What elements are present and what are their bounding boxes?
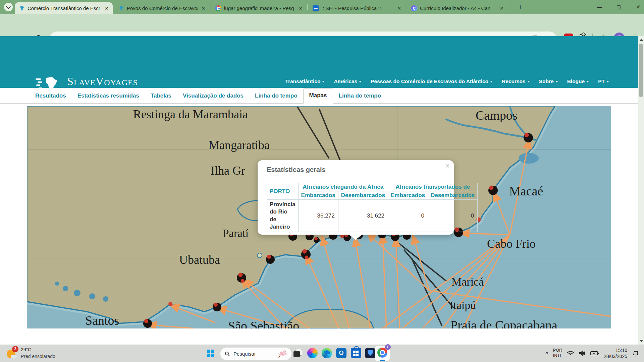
taskbar-search[interactable]: Pesquisar [220, 347, 292, 360]
view-tabs: Resultados Estatísticas resumidas Tabela… [30, 88, 387, 104]
port-marker [143, 319, 152, 328]
nav-recursos[interactable]: Recursos [502, 78, 530, 84]
tab-separator [210, 4, 210, 10]
browser-tab[interactable]: C Currículo Idealizador - A4 - Can ✕ [407, 2, 508, 14]
tab-title: Comércio Transatlântico de Escr [28, 5, 101, 11]
map-label: Macaé [509, 184, 543, 198]
tab-linha-do-tempo[interactable]: Linha do tempo [249, 89, 303, 104]
browser-tab-active[interactable]: Comércio Transatlântico de Escr ✕ [15, 2, 113, 14]
browser-tab[interactable]: sei :: SEI - Pesquisa Pública :: ✕ [309, 2, 405, 14]
chevron-down-icon [586, 81, 589, 82]
notification-bell-icon[interactable]: z [632, 350, 639, 357]
popup-close-icon[interactable]: × [445, 162, 450, 171]
copilot-icon[interactable] [307, 348, 318, 358]
weather-widget[interactable]: 3 29°C Pred ensolarado [0, 345, 114, 362]
battery-icon[interactable] [590, 351, 599, 356]
tab-tabelas[interactable]: Tabelas [145, 89, 177, 104]
popup-title: Estatísticas gerais [267, 166, 326, 174]
system-tray: ^ PORINTL 15:1028/03/2025 z [545, 345, 639, 362]
tab-linha-do-tempo-2[interactable]: Linha do tempo [333, 89, 387, 104]
tab-resultados[interactable]: Resultados [30, 89, 72, 104]
outlook-icon[interactable]: O [336, 348, 346, 358]
scroll-down-arrow[interactable] [640, 340, 643, 342]
sei-favicon: sei [313, 5, 319, 11]
svg-text:z: z [637, 350, 638, 353]
chevron-down-icon [606, 81, 609, 82]
weather-temp: 29°C [21, 347, 31, 352]
col-header-embarcados: Embarcados [298, 191, 338, 200]
active-app-indicator [380, 360, 385, 361]
col-header-desembarcados: Desembarcados [338, 191, 388, 200]
tab-estatisticas[interactable]: Estatísticas resumidas [72, 89, 145, 104]
browser-tab[interactable]: Povos do Comércio de Escravos ✕ [114, 2, 209, 14]
security-app-icon[interactable] [365, 348, 375, 358]
tray-chevron-icon[interactable]: ^ [545, 351, 548, 356]
scrollbar-thumb[interactable] [639, 44, 643, 97]
brand-title[interactable]: SlaveVoyages [67, 75, 138, 88]
slavevoyages-favicon [19, 5, 25, 11]
tab-close-icon[interactable]: ✕ [298, 6, 303, 11]
map-label: Praia de Copacabana [450, 318, 557, 328]
window-close-button[interactable]: ✕ [631, 3, 644, 11]
weather-condition: Pred ensolarado [21, 354, 55, 359]
chrome-taskbar-button-active[interactable]: F [375, 346, 390, 361]
site-header: SlaveVoyages Transatlântico Américas Pes… [0, 36, 644, 88]
map-label: Maricá [451, 276, 484, 288]
stats-popup: Estatísticas gerais × PORTO Africanos ch… [258, 160, 454, 235]
page-scrollbar[interactable] [638, 36, 644, 345]
chevron-down-icon [555, 81, 558, 82]
main-nav: Transatlântico Américas Pessoas do Comér… [285, 78, 609, 84]
nav-language[interactable]: PT [598, 78, 609, 84]
microsoft-store-icon[interactable] [351, 348, 361, 358]
clock[interactable]: 15:1028/03/2025 [604, 347, 627, 359]
nav-blogue[interactable]: Blogue [567, 78, 589, 84]
slavevoyages-favicon [118, 5, 124, 11]
tab-close-icon[interactable]: ✕ [201, 6, 206, 11]
port-marker [213, 303, 221, 311]
tab-mapas-active[interactable]: Mapas [303, 88, 333, 104]
scroll-up-arrow[interactable] [640, 39, 643, 41]
chevron-down-icon [322, 81, 325, 82]
task-view-icon[interactable] [292, 348, 303, 358]
map-label: Ubatuba [179, 253, 220, 267]
google-favicon [215, 5, 221, 11]
browser-tab[interactable]: lugar geografici madeira - Pesq ✕ [211, 2, 307, 14]
chevron-down-icon [527, 81, 530, 82]
value-cell: 36.272 [298, 200, 338, 232]
start-button[interactable] [207, 350, 214, 357]
tab-title: :: SEI - Pesquisa Pública :: [321, 5, 394, 11]
canva-favicon: C [411, 5, 417, 11]
tab-search-button[interactable] [4, 3, 13, 11]
map-label: Campos [476, 108, 518, 123]
nav-transatlantico[interactable]: Transatlântico [285, 78, 325, 84]
tab-close-icon[interactable]: ✕ [396, 6, 402, 11]
search-placeholder: Pesquisar [233, 351, 277, 357]
edge-icon[interactable] [322, 348, 332, 358]
chevron-down-icon [6, 4, 11, 9]
volume-icon[interactable] [579, 350, 586, 356]
tab-close-icon[interactable]: ✕ [499, 6, 504, 11]
map-label: São Sebastião [228, 318, 299, 328]
nav-pessoas[interactable]: Pessoas do Comércio de Escravos do Atlân… [371, 78, 493, 84]
tab-close-icon[interactable]: ✕ [104, 6, 109, 11]
stats-table: PORTO Africanos chegando da África Afric… [267, 183, 478, 232]
nav-americas[interactable]: Américas [334, 78, 362, 84]
chevron-down-icon [490, 81, 493, 82]
map-label: Santos [85, 313, 119, 328]
nav-sobre[interactable]: Sobre [539, 78, 558, 84]
notification-badge: 3 [12, 346, 18, 352]
tab-separator [406, 4, 406, 10]
keyboard-language[interactable]: PORINTL [553, 348, 562, 358]
new-tab-button[interactable]: + [516, 3, 525, 11]
tab-title: lugar geografici madeira - Pesq [224, 5, 295, 11]
port-marker-small[interactable] [168, 302, 172, 306]
window-minimize-button[interactable]: — [592, 3, 607, 11]
tab-visualizacao[interactable]: Visualização de dados [177, 89, 249, 104]
map-label: Paratí [223, 227, 249, 240]
value-cell: 0 [388, 200, 428, 232]
window-maximize-button[interactable]: ▢ [611, 3, 627, 11]
wifi-icon[interactable] [567, 350, 574, 356]
value-cell: 0 [428, 200, 477, 232]
screen: Comércio Transatlântico de Escr ✕ Povos … [0, 0, 644, 362]
col-header-desembarcados-2: Desembarcados [428, 191, 477, 200]
